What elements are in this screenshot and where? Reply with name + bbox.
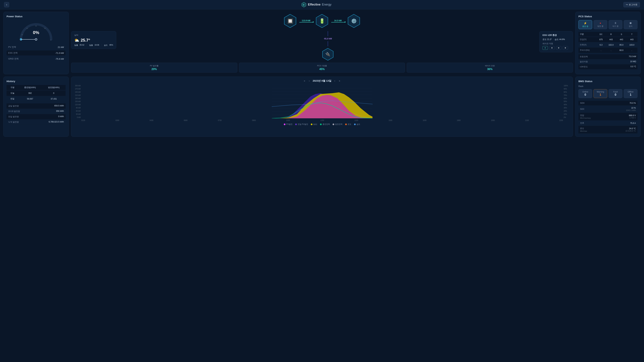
bms-btn-fault[interactable]: Fault 0 bbox=[608, 89, 622, 98]
discharging-label: 방전 중 bbox=[598, 25, 604, 27]
y-right-3: 70% bbox=[564, 94, 570, 96]
ess-icon: 🔋 bbox=[319, 18, 325, 24]
pcs-row-freq: 주파수(Hz) . . 60.0 . bbox=[578, 48, 638, 53]
logo-text-light: Energy bbox=[322, 3, 332, 6]
pcs-voltage-r: 443 bbox=[606, 37, 617, 42]
x-label-11: 1800 bbox=[457, 119, 460, 121]
y-right-1: 90% bbox=[564, 88, 570, 90]
chart-svg-wrapper: 0130 0300 0430 0600 0730 0900 1030 1200 … bbox=[81, 85, 563, 121]
svg-text:80: 80 bbox=[44, 27, 46, 29]
y-left-1: 270 kW bbox=[74, 88, 81, 90]
pv-label: PV 전력 bbox=[8, 45, 16, 49]
bms-voltage-value: 888.6 V bbox=[629, 114, 636, 117]
x-label-12: 1930 bbox=[491, 119, 495, 121]
logo-text-bold: Effective bbox=[308, 3, 320, 6]
aircon-icon-2: ❄ bbox=[549, 46, 554, 50]
chart-nav-first[interactable]: « bbox=[303, 79, 306, 82]
pv-stat-2: 배터리 잔량 36% bbox=[407, 63, 573, 72]
hist-cumulative-row: 누적 발전량 6,789,023.5 kWh bbox=[6, 119, 66, 125]
pcs-btn-stop[interactable]: ⏹ 정지 bbox=[624, 20, 638, 29]
hist-th-2: 방전량(kWh) bbox=[42, 85, 66, 90]
bms-soh-row: SOH 70.0 % bbox=[578, 101, 638, 106]
logout-icon: ↪ bbox=[626, 3, 628, 6]
hist-cumulative-label: 누적 발전량 bbox=[8, 121, 19, 123]
svg-point-10 bbox=[35, 38, 37, 40]
hist-yesterday-label: 전일 bbox=[6, 96, 18, 102]
flow-panel: 🔲 113.9 kW 🔋 14.3 kW bbox=[71, 12, 573, 74]
weather-box: 날씨 ⛅ 25.7° 일출 05:42 · 일몰 19:36 · 습도 85% bbox=[71, 31, 116, 49]
bms-btn-online-value: 0 bbox=[579, 93, 591, 96]
bms-btn-warning-value: 1 bbox=[594, 93, 606, 96]
svg-text:20: 20 bbox=[21, 34, 23, 35]
y-right-2: 80% bbox=[564, 91, 570, 93]
y-left-5: 150 kW bbox=[74, 100, 81, 102]
pv-to-ess-arrow: 113.9 kW bbox=[298, 19, 314, 22]
pv-stat-0: PV 발전률 20% bbox=[71, 63, 237, 72]
charging-label: 충전 중 bbox=[582, 25, 588, 27]
weather-temp: ⛅ 25.7° bbox=[74, 38, 113, 42]
chart-nav-last[interactable]: » bbox=[338, 79, 341, 82]
hist-cumulative-value: 6,789,023.5 kWh bbox=[49, 121, 64, 123]
bms-title: BMS Status bbox=[578, 80, 638, 83]
power-status-title: Power Status bbox=[6, 15, 66, 18]
main-grid: Power Status 20 40 60 80 0 0 0% bbox=[0, 9, 644, 139]
history-card: History 구분 충전량(kWh) 방전량(kWh) 오늘 992 0 전일… bbox=[3, 77, 69, 137]
x-label-5: 0900 bbox=[252, 119, 256, 121]
hist-today-gen-row: 금일 발전량 659.5 kWh bbox=[6, 103, 66, 109]
weather-temp-value: 25.7° bbox=[81, 38, 90, 42]
charging-icon: ⚡ bbox=[579, 22, 591, 25]
hist-th-0: 구분 bbox=[6, 85, 18, 90]
legend-soc-dot bbox=[311, 123, 312, 125]
pv-to-ess-line bbox=[299, 22, 313, 22]
pv-stat-label-1: PCS 가동률 bbox=[242, 64, 403, 67]
gauge-container: 20 40 60 80 0 0 0% bbox=[18, 20, 54, 42]
y-left-7: 90 kW bbox=[74, 107, 81, 109]
ess-env-hum-value: 44.6% bbox=[559, 38, 565, 40]
pcs-row-current: 전류(A) 6.3 102.0 85.0 103.0 bbox=[578, 42, 638, 48]
pv-stat-value-2: 36% bbox=[409, 68, 570, 71]
hist-today-gen-label: 금일 발전량 bbox=[8, 105, 19, 107]
y-left-0: 300 kW bbox=[74, 85, 81, 87]
chart-nav-next[interactable]: › bbox=[334, 79, 336, 82]
ess-power-label: -91.0 kW bbox=[324, 37, 332, 40]
aircon-icons: ❄ ❄ ❄ ❄ bbox=[542, 46, 570, 50]
x-label-14: 2230 bbox=[559, 119, 563, 121]
bms-btn-warning[interactable]: Warning 1 bbox=[594, 89, 607, 98]
legend-charging-dot bbox=[320, 123, 322, 125]
ess-env-box: ESS 내부 환경 온도 21.3° · 습도 44.6% 에어컨 작동 ❄ ❄… bbox=[539, 31, 573, 52]
y-left-2: 240 kW bbox=[74, 91, 81, 93]
legend-prev-pv-dot bbox=[295, 123, 297, 125]
ess-label: ESS 전력 bbox=[8, 51, 18, 54]
y-left-6: 120 kW bbox=[74, 104, 81, 106]
history-extras: 금일 발전량 659.5 kWh 10-16 발전량 356 kWh 전일 발전… bbox=[6, 103, 66, 125]
y-left-4: 180 kW bbox=[74, 97, 81, 99]
legend-prev-pv: 전일 PV발전 bbox=[295, 123, 308, 125]
bms-btn-online[interactable]: Online 0 bbox=[578, 89, 592, 98]
back-button[interactable]: ‹ bbox=[4, 2, 9, 7]
grid-icon: ⚙️ bbox=[351, 18, 357, 24]
bms-voltage-label: 전압 bbox=[580, 114, 584, 116]
pcs-btn-discharging[interactable]: ● 방전 중 bbox=[594, 20, 607, 29]
pcs-voltage-s: 443 bbox=[617, 37, 626, 42]
pcs-btn-standby[interactable]: ⏸ 대기 중 bbox=[608, 20, 622, 29]
legend-humidity-dot bbox=[354, 123, 356, 125]
chart-svg bbox=[81, 85, 563, 118]
stop-icon: ⏹ bbox=[624, 22, 636, 25]
x-label-7: 1200 bbox=[320, 119, 324, 121]
bms-btn-offline[interactable]: Offline 1 bbox=[624, 89, 638, 98]
bms-soc-value: 10 % bbox=[631, 107, 636, 109]
pcs-th-2: R bbox=[606, 32, 617, 37]
chart-nav-prev[interactable]: ‹ bbox=[308, 79, 310, 82]
pcs-insulation-label: 절연저항 bbox=[580, 60, 588, 63]
logout-button[interactable]: ↪ 로그아웃 bbox=[623, 2, 640, 7]
pcs-internal-temp-row: 내부온도 0.0 °C bbox=[578, 64, 638, 69]
hist-today-charge: 992 bbox=[18, 90, 42, 96]
pcs-voltage-t: 443 bbox=[626, 37, 638, 42]
chart-nav: « ‹ 2023년 8월 13일 › » bbox=[74, 79, 570, 82]
pcs-btn-charging[interactable]: ⚡ 충전 중 bbox=[578, 20, 592, 29]
ess-env-hum-label: 습도 bbox=[554, 38, 559, 40]
legend-soc: SOC bbox=[311, 123, 317, 125]
pv-stat-label-2: 배터리 잔량 bbox=[409, 64, 570, 67]
bms-btn-warning-label: Warning bbox=[597, 91, 604, 93]
bms-temp-values: 24.0 °C 22.5/25.5 °C bbox=[626, 127, 636, 132]
